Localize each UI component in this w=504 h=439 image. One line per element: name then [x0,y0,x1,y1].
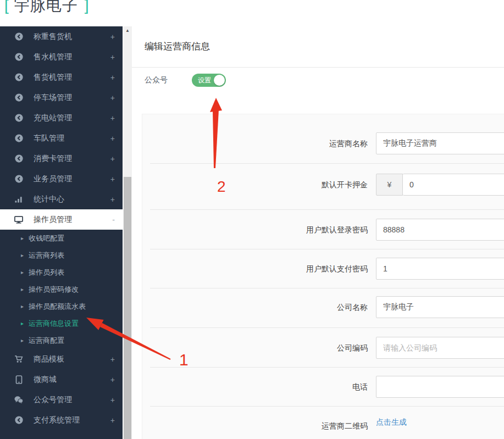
default-deposit-label: 默认开卡押金 [142,174,368,196]
sidebar-item-parking[interactable]: 停车场管理 + [0,87,123,108]
mobile-icon [14,375,23,384]
sidebar-item-product-template[interactable]: 商品模板 + [0,349,123,369]
scrollbar-up-arrow-icon[interactable]: ▲ [123,26,132,35]
sidebar-item-label: 售水机管理 [34,52,110,62]
toggle-label: 设置 [198,74,211,87]
default-deposit-input[interactable] [403,174,504,196]
brand-logo[interactable]: [宇脉电子] [4,0,90,16]
circle-arrow-left-icon [14,93,23,102]
logo-bracket-right: ] [85,0,90,14]
main-content: 编辑运营商信息 公众号 设置 运营商名称 默认开卡押金 ¥ 用户默认登录密码 用… [132,0,504,439]
scrollbar-thumb[interactable] [124,177,131,439]
sidebar-item-operator-management[interactable]: 操作员管理 - [0,209,123,230]
submenu-item-label: 操作员密码修改 [29,285,79,294]
collapse-minus-icon: - [112,215,115,224]
expand-plus-icon: + [110,195,115,204]
public-account-label: 公众号 [145,73,168,86]
sidebar-item-label: 支付系统管理 [34,415,110,425]
submenu-item-cashier-config[interactable]: ▸ 收钱吧配置 [0,230,123,247]
sidebar-item-consumer-card[interactable]: 消费卡管理 + [0,148,123,169]
logo-area: [宇脉电子] [0,0,132,26]
row-divider [150,327,504,328]
sidebar-item-label: 公众号管理 [34,395,110,405]
company-code-label: 公司编码 [142,337,368,359]
sidebar: 称重售货机 + 售水机管理 + 售货机管理 + 停车场管理 + [0,26,123,439]
sidebar-item-label: 商品模板 [34,354,110,364]
phone-label: 电话 [142,376,368,398]
expand-plus-icon: + [110,355,115,364]
default-login-password-input[interactable] [376,219,504,241]
circle-arrow-left-icon [14,73,23,82]
desktop-icon [14,215,23,224]
operator-form-panel: 运营商名称 默认开卡押金 ¥ 用户默认登录密码 用户默认支付密码 公司名称 公司… [142,114,504,439]
phone-input[interactable] [376,376,504,398]
submenu-item-operator-list[interactable]: ▸ 操作员列表 [0,264,123,281]
submenu-item-label: 运营商配置 [29,336,64,346]
sidebar-item-label: 操作员管理 [34,215,112,225]
submenu-item-label: 收钱吧配置 [29,234,64,243]
sidebar-item-label: 停车场管理 [34,93,110,103]
default-pay-password-label: 用户默认支付密码 [142,258,368,280]
app-window: [宇脉电子] 称重售货机 + 售水机管理 + 售货机管理 [0,0,504,439]
circle-arrow-left-icon [14,416,23,425]
submenu-item-operator-info-settings[interactable]: ▸ 运营商信息设置 [0,315,123,332]
sidebar-item-payment-system[interactable]: 支付系统管理 + [0,410,123,430]
sidebar-item-label: 消费卡管理 [34,154,110,164]
toggle-knob [214,75,225,86]
sidebar-item-fleet[interactable]: 车队管理 + [0,128,123,148]
submenu-item-label: 操作员列表 [29,268,64,277]
caret-right-icon: ▸ [21,337,24,343]
sidebar-item-salesman[interactable]: 业务员管理 + [0,169,123,189]
sidebar-item-statistics[interactable]: 统计中心 + [0,189,123,209]
sidebar-item-label: 充电站管理 [34,113,110,123]
caret-right-icon: ▸ [21,320,24,326]
public-account-toggle[interactable]: 设置 [192,74,226,87]
row-divider [150,249,504,249]
sidebar-item-public-account-management[interactable]: 公众号管理 + [0,390,123,410]
circle-arrow-left-icon [14,134,23,143]
expand-plus-icon: + [110,32,115,41]
sidebar-item-label: 售货机管理 [34,73,110,82]
expand-plus-icon: + [110,73,115,82]
expand-plus-icon: + [110,416,115,425]
sidebar-scrollbar[interactable]: ▲ [123,26,132,439]
sidebar-item-label: 微商城 [34,375,110,385]
caret-right-icon: ▸ [21,303,24,309]
expand-plus-icon: + [110,396,115,404]
row-divider [150,406,504,407]
default-login-password-label: 用户默认登录密码 [142,219,368,241]
circle-arrow-left-icon [14,32,23,41]
caret-right-icon: ▸ [21,269,24,275]
operator-name-label: 运营商名称 [142,132,368,154]
sidebar-item-label: 车队管理 [34,134,110,143]
submenu-item-password-change[interactable]: ▸ 操作员密码修改 [0,281,123,298]
sidebar-item-micro-mall[interactable]: 微商城 + [0,369,123,390]
submenu-item-operator-list-co[interactable]: ▸ 运营商列表 [0,247,123,264]
sidebar-item-charging-station[interactable]: 充电站管理 + [0,108,123,128]
row-divider [150,163,504,164]
expand-plus-icon: + [110,175,115,184]
default-pay-password-input[interactable] [376,258,504,280]
expand-plus-icon: + [110,154,115,163]
operator-management-submenu: ▸ 收钱吧配置 ▸ 运营商列表 ▸ 操作员列表 ▸ 操作员密码修改 ▸ 操作员配… [0,230,123,349]
submenu-item-operator-config[interactable]: ▸ 运营商配置 [0,332,123,349]
caret-right-icon: ▸ [21,252,24,258]
generate-qrcode-link[interactable]: 点击生成 [376,416,407,427]
company-code-input[interactable] [376,337,504,359]
sidebar-item-weighing-vending[interactable]: 称重售货机 + [0,26,123,47]
company-name-input[interactable] [376,296,504,318]
submenu-item-quota-flow[interactable]: ▸ 操作员配额流水表 [0,298,123,315]
circle-arrow-left-icon [14,154,23,163]
sidebar-item-label: 统计中心 [34,195,110,204]
sidebar-item-vending-machine[interactable]: 售货机管理 + [0,67,123,87]
bar-chart-icon [14,195,23,204]
circle-arrow-left-icon [14,114,23,123]
cart-icon [14,355,23,364]
expand-plus-icon: + [110,53,115,62]
row-divider [150,367,504,368]
sidebar-item-water-vending[interactable]: 售水机管理 + [0,47,123,67]
submenu-item-label: 操作员配额流水表 [29,302,86,312]
operator-name-input[interactable] [376,132,504,154]
expand-plus-icon: + [110,134,115,143]
page-title: 编辑运营商信息 [145,40,210,53]
